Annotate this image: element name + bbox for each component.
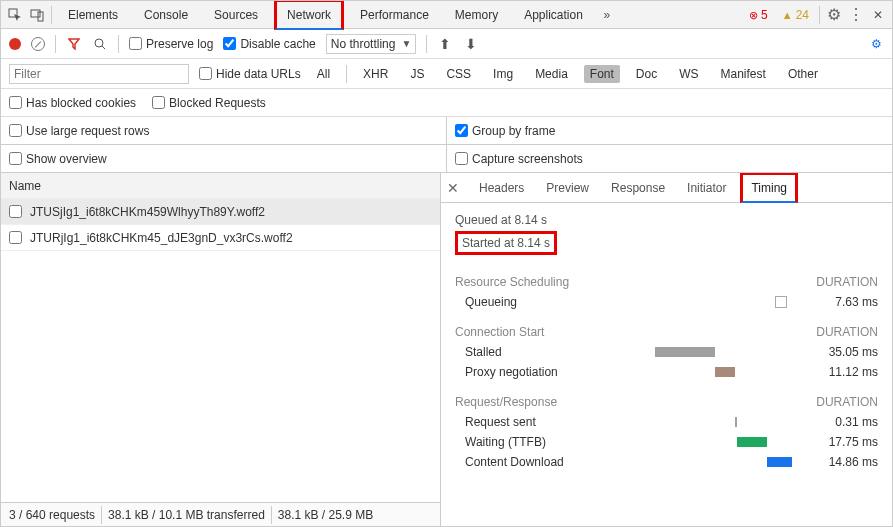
- kebab-icon[interactable]: ⋮: [848, 7, 864, 23]
- blocked-requests-checkbox[interactable]: Blocked Requests: [152, 96, 266, 110]
- table-row[interactable]: JTURjIg1_i6t8kCHKm45_dJE3gnD_vx3rCs.woff…: [1, 225, 440, 251]
- has-blocked-cookies-checkbox[interactable]: Has blocked cookies: [9, 96, 136, 110]
- section-request-response: Request/ResponseDURATION: [455, 395, 878, 409]
- tab-initiator[interactable]: Initiator: [679, 175, 734, 201]
- separator: [118, 35, 119, 53]
- status-requests: 3 / 640 requests: [9, 508, 95, 522]
- tab-sources[interactable]: Sources: [204, 2, 268, 28]
- phase-request-sent: Request sent 0.31 ms: [455, 415, 878, 429]
- type-all[interactable]: All: [311, 65, 336, 83]
- type-other[interactable]: Other: [782, 65, 824, 83]
- tab-timing[interactable]: Timing: [740, 173, 798, 203]
- request-list: Name JTUSjIg1_i6t8kCHKm459WlhyyTh89Y.wof…: [1, 173, 441, 526]
- disable-cache-checkbox[interactable]: Disable cache: [223, 37, 315, 51]
- status-transferred: 38.1 kB / 10.1 MB transferred: [108, 508, 265, 522]
- network-settings-row: Use large request rows Group by frame: [1, 117, 892, 145]
- separator: [346, 65, 347, 83]
- tab-console[interactable]: Console: [134, 2, 198, 28]
- device-icon[interactable]: [29, 7, 45, 23]
- tab-application[interactable]: Application: [514, 2, 593, 28]
- preserve-log-checkbox[interactable]: Preserve log: [129, 37, 213, 51]
- settings-gear-icon[interactable]: ⚙: [868, 36, 884, 52]
- search-icon[interactable]: [92, 36, 108, 52]
- phase-stalled: Stalled 35.05 ms: [455, 345, 878, 359]
- more-tabs-icon[interactable]: »: [599, 7, 615, 23]
- tab-memory[interactable]: Memory: [445, 2, 508, 28]
- capture-screenshots-checkbox[interactable]: Capture screenshots: [455, 152, 583, 166]
- type-font[interactable]: Font: [584, 65, 620, 83]
- tab-performance[interactable]: Performance: [350, 2, 439, 28]
- started-at: Started at 8.14 s: [455, 231, 557, 255]
- section-resource-scheduling: Resource SchedulingDURATION: [455, 275, 878, 289]
- network-settings-row-2: Show overview Capture screenshots: [1, 145, 892, 173]
- status-resources: 38.1 kB / 25.9 MB: [278, 508, 373, 522]
- type-ws[interactable]: WS: [673, 65, 704, 83]
- upload-har-icon[interactable]: ⬆: [437, 36, 453, 52]
- row-checkbox[interactable]: [9, 205, 22, 218]
- throttling-select[interactable]: No throttling▼: [326, 34, 417, 54]
- section-connection-start: Connection StartDURATION: [455, 325, 878, 339]
- separator: [101, 506, 102, 524]
- detail-tabs: ✕ Headers Preview Response Initiator Tim…: [441, 173, 892, 203]
- separator: [271, 506, 272, 524]
- phase-content-download: Content Download 14.86 ms: [455, 455, 878, 469]
- table-row[interactable]: JTUSjIg1_i6t8kCHKm459WlhyyTh89Y.woff2: [1, 199, 440, 225]
- main-area: Name JTUSjIg1_i6t8kCHKm459WlhyyTh89Y.wof…: [1, 173, 892, 526]
- filter-bar: Hide data URLs All XHR JS CSS Img Media …: [1, 59, 892, 89]
- close-icon[interactable]: ✕: [870, 7, 886, 23]
- status-bar: 3 / 640 requests 38.1 kB / 10.1 MB trans…: [1, 502, 440, 526]
- phase-queueing: Queueing 7.63 ms: [455, 295, 878, 309]
- timing-panel: Queued at 8.14 s Started at 8.14 s Resou…: [441, 203, 892, 526]
- close-detail-icon[interactable]: ✕: [447, 180, 459, 196]
- svg-line-4: [102, 46, 105, 49]
- separator: [819, 6, 820, 24]
- row-checkbox[interactable]: [9, 231, 22, 244]
- name-column-header[interactable]: Name: [1, 173, 440, 199]
- tab-response[interactable]: Response: [603, 175, 673, 201]
- network-toolbar: Preserve log Disable cache No throttling…: [1, 29, 892, 59]
- blocked-bar: Has blocked cookies Blocked Requests: [1, 89, 892, 117]
- record-button[interactable]: [9, 38, 21, 50]
- svg-point-3: [95, 39, 103, 47]
- error-count-badge[interactable]: ⊗ 5: [745, 8, 772, 22]
- clear-button[interactable]: [31, 37, 45, 51]
- tab-elements[interactable]: Elements: [58, 2, 128, 28]
- type-xhr[interactable]: XHR: [357, 65, 394, 83]
- request-detail: ✕ Headers Preview Response Initiator Tim…: [441, 173, 892, 526]
- type-css[interactable]: CSS: [440, 65, 477, 83]
- devtools-top-toolbar: Elements Console Sources Network Perform…: [1, 1, 892, 29]
- filter-input[interactable]: [9, 64, 189, 84]
- type-manifest[interactable]: Manifest: [715, 65, 772, 83]
- warning-count-badge[interactable]: ▲ 24: [778, 8, 813, 22]
- filter-toggle-icon[interactable]: [66, 36, 82, 52]
- separator: [426, 35, 427, 53]
- type-img[interactable]: Img: [487, 65, 519, 83]
- type-js[interactable]: JS: [404, 65, 430, 83]
- type-doc[interactable]: Doc: [630, 65, 663, 83]
- separator: [51, 6, 52, 24]
- queued-at: Queued at 8.14 s: [455, 213, 878, 227]
- tab-network[interactable]: Network: [274, 0, 344, 30]
- tab-headers[interactable]: Headers: [471, 175, 532, 201]
- type-media[interactable]: Media: [529, 65, 574, 83]
- show-overview-checkbox[interactable]: Show overview: [9, 152, 107, 166]
- hide-data-urls-checkbox[interactable]: Hide data URLs: [199, 67, 301, 81]
- large-rows-checkbox[interactable]: Use large request rows: [9, 124, 149, 138]
- separator: [55, 35, 56, 53]
- phase-ttfb: Waiting (TTFB) 17.75 ms: [455, 435, 878, 449]
- download-har-icon[interactable]: ⬇: [463, 36, 479, 52]
- svg-rect-1: [31, 10, 40, 17]
- inspect-icon[interactable]: [7, 7, 23, 23]
- tab-preview[interactable]: Preview: [538, 175, 597, 201]
- gear-icon[interactable]: ⚙: [826, 7, 842, 23]
- phase-proxy: Proxy negotiation 11.12 ms: [455, 365, 878, 379]
- group-by-frame-checkbox[interactable]: Group by frame: [455, 124, 555, 138]
